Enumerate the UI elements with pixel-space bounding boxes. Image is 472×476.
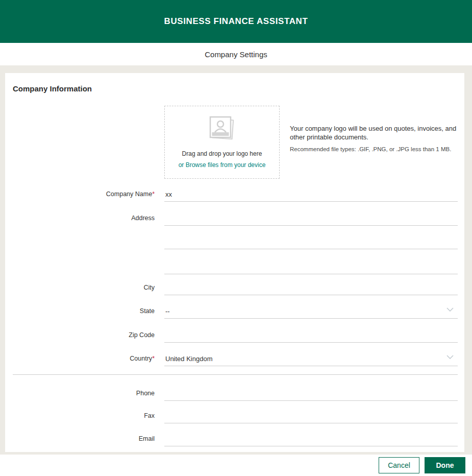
photo-placeholder-icon	[207, 115, 237, 144]
field-row-address-3	[5, 251, 458, 274]
logo-description: Your company logo will be used on quotes…	[290, 124, 459, 141]
field-row-phone: Phone	[5, 377, 458, 401]
field-row-city: City	[5, 272, 458, 295]
required-asterisk: *	[152, 191, 155, 198]
phone-label: Phone	[5, 390, 155, 401]
field-row-email: Email	[5, 423, 458, 446]
state-selected-value: --	[164, 307, 170, 318]
app-header: BUSINESS FINANCE ASSISTANT	[0, 0, 472, 43]
field-row-state: State --	[5, 295, 458, 319]
zip-code-label: Zip Code	[5, 331, 155, 343]
section-divider	[13, 374, 458, 375]
fax-input[interactable]	[164, 412, 458, 423]
address-line-1-input[interactable]	[164, 215, 458, 225]
address-2-label	[5, 245, 155, 249]
required-asterisk: *	[152, 355, 155, 362]
action-bar: Cancel Done	[0, 455, 472, 476]
company-name-label: Company Name	[106, 191, 152, 198]
chevron-down-icon	[446, 352, 454, 361]
state-label: State	[5, 307, 155, 319]
state-select[interactable]: --	[164, 307, 458, 319]
country-label: Country	[130, 355, 152, 362]
phone-input[interactable]	[164, 390, 458, 400]
field-row-company-name: Company Name*	[5, 178, 458, 202]
subheader-bar: Company Settings	[0, 43, 472, 65]
zip-code-input[interactable]	[164, 331, 458, 342]
city-label: City	[5, 284, 155, 295]
page-title: Company Settings	[205, 50, 267, 59]
field-row-country: Country* United Kingdom	[5, 343, 458, 366]
app-title: BUSINESS FINANCE ASSISTANT	[164, 16, 308, 27]
company-name-input[interactable]	[164, 191, 458, 201]
logo-dropzone[interactable]: Drag and drop your logo here or Browse f…	[164, 106, 280, 179]
browse-files-link[interactable]: or Browse files from your device	[179, 161, 266, 169]
country-select[interactable]: United Kingdom	[164, 355, 458, 366]
cancel-button[interactable]: Cancel	[379, 457, 419, 473]
email-input[interactable]	[164, 435, 458, 446]
address-line-2-input[interactable]	[164, 238, 458, 249]
logo-recommendation: Recommended file types: .GIF, .PNG, or .…	[290, 146, 463, 152]
field-row-fax: Fax	[5, 400, 458, 423]
address-label: Address	[5, 215, 155, 226]
country-selected-value: United Kingdom	[164, 355, 213, 366]
email-label: Email	[5, 435, 155, 446]
done-button[interactable]: Done	[425, 457, 465, 473]
chevron-down-icon	[446, 304, 454, 314]
field-row-zip-code: Zip Code	[5, 319, 458, 343]
dropzone-drag-text: Drag and drop your logo here	[182, 150, 262, 157]
field-row-address-2	[5, 226, 458, 249]
city-input[interactable]	[164, 284, 458, 295]
company-info-card: Company Information Drag and drop your l…	[5, 73, 464, 452]
field-row-address-1: Address	[5, 202, 458, 226]
section-title: Company Information	[13, 84, 92, 93]
fax-label: Fax	[5, 412, 155, 423]
